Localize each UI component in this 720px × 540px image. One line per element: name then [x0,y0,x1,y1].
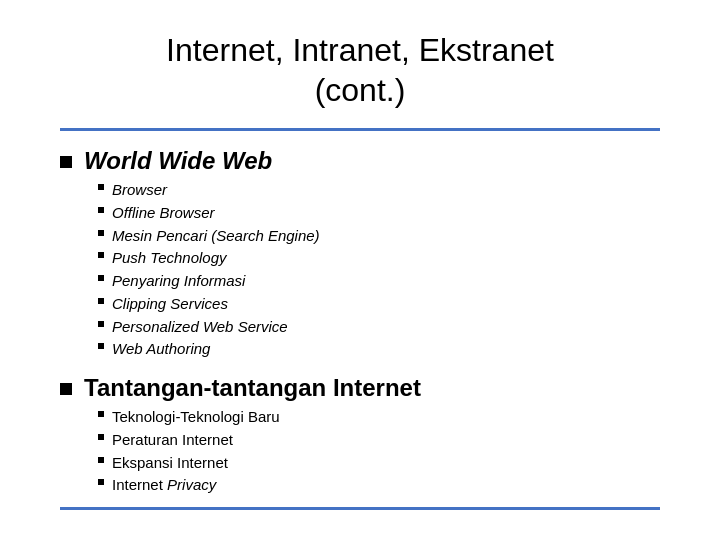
sub-bullet [98,479,104,485]
section-tantangan: Tantangan-tantangan Internet Teknologi-T… [60,374,660,496]
list-item: Ekspansi Internet [98,452,660,474]
list-item: Penyaring Informasi [98,270,660,292]
sub-item-text: Peraturan Internet [112,429,233,451]
list-item: Personalized Web Service [98,316,660,338]
section-header-wwweb: World Wide Web [60,147,660,175]
sub-item-text: Mesin Pencari (Search Engine) [112,225,320,247]
list-item: Mesin Pencari (Search Engine) [98,225,660,247]
sub-bullet [98,298,104,304]
sub-item-text: Teknologi-Teknologi Baru [112,406,280,428]
section-world-wide-web: World Wide Web Browser Offline Browser M… [60,147,660,360]
sub-bullet [98,321,104,327]
section-title-tantangan: Tantangan-tantangan Internet [84,374,421,402]
top-divider [60,128,660,131]
list-item: Browser [98,179,660,201]
slide: Internet, Intranet, Ekstranet (cont.) Wo… [0,0,720,540]
sub-item-text: Personalized Web Service [112,316,288,338]
list-item: Clipping Services [98,293,660,315]
sub-item-text: Push Technology [112,247,227,269]
sub-bullet [98,184,104,190]
sub-bullet [98,230,104,236]
sub-bullet [98,343,104,349]
bottom-divider [60,507,660,510]
tantangan-sub-items: Teknologi-Teknologi Baru Peraturan Inter… [98,406,660,496]
sub-item-text: Offline Browser [112,202,215,224]
section-header-tantangan: Tantangan-tantangan Internet [60,374,660,402]
sub-bullet [98,457,104,463]
section-title-wwweb: World Wide Web [84,147,272,175]
title-line1: Internet, Intranet, Ekstranet [166,32,554,68]
list-item: Web Authoring [98,338,660,360]
sub-bullet [98,252,104,258]
section-bullet-tantangan [60,383,72,395]
sub-item-text: Clipping Services [112,293,228,315]
sub-bullet [98,434,104,440]
section-bullet-wwweb [60,156,72,168]
main-title: Internet, Intranet, Ekstranet (cont.) [60,30,660,110]
sub-bullet [98,207,104,213]
sub-bullet [98,275,104,281]
sub-bullet [98,411,104,417]
list-item: Internet Privacy [98,474,660,496]
list-item: Push Technology [98,247,660,269]
wwweb-sub-items: Browser Offline Browser Mesin Pencari (S… [98,179,660,360]
sub-item-text: Web Authoring [112,338,210,360]
content-area: World Wide Web Browser Offline Browser M… [60,147,660,497]
list-item: Peraturan Internet [98,429,660,451]
sub-item-text: Browser [112,179,167,201]
list-item: Offline Browser [98,202,660,224]
sub-item-text: Internet Privacy [112,474,216,496]
title-area: Internet, Intranet, Ekstranet (cont.) [60,30,660,110]
list-item: Teknologi-Teknologi Baru [98,406,660,428]
sub-item-text: Ekspansi Internet [112,452,228,474]
title-line2: (cont.) [315,72,406,108]
sub-item-text: Penyaring Informasi [112,270,245,292]
